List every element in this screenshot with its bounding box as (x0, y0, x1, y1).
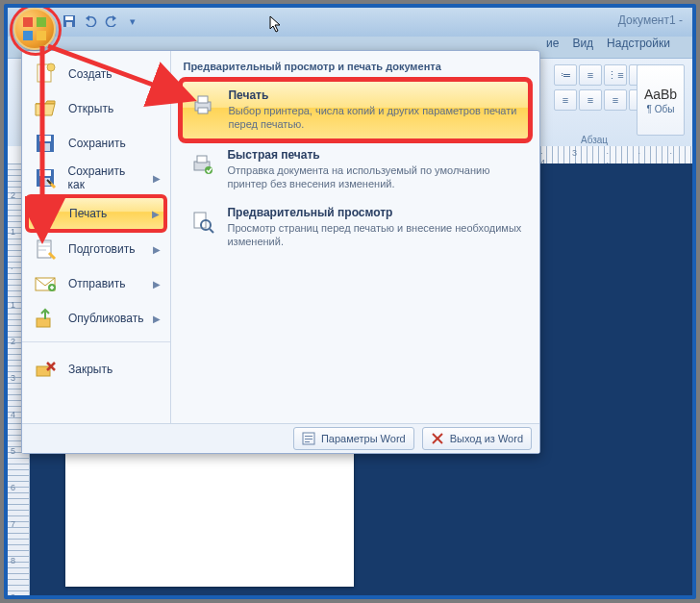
svg-rect-1 (37, 17, 46, 27)
ribbon-tab[interactable]: Надстройки (607, 37, 670, 58)
ruler-tick-label: 6 (11, 483, 20, 492)
ruler-tick-label: 5 (11, 446, 20, 456)
menu-item-save[interactable]: Сохранить (22, 126, 170, 161)
ruler-tick-label: 1 (11, 227, 20, 237)
mouse-cursor-icon (269, 15, 283, 37)
exit-word-label: Выход из Word (450, 433, 523, 444)
quickprint-icon (187, 148, 217, 179)
menu-item-label: Отправить (68, 277, 126, 290)
numbering-button[interactable]: ≡ (579, 64, 602, 86)
submenu-item-title: Печать (228, 88, 523, 102)
document-title: Документ1 - (618, 13, 683, 27)
svg-rect-21 (37, 318, 50, 327)
menu-item-label: Открыть (68, 102, 113, 115)
submenu-item-preview[interactable]: Предварительный просмотрПросмотр страниц… (181, 198, 530, 257)
app-window: ▾ Документ1 - ие Вид Надстройки ≔ ≡ ⋮≡ ↧… (4, 4, 696, 599)
svg-rect-17 (41, 217, 51, 223)
exit-word-button[interactable]: Выход из Word (422, 427, 532, 450)
save-icon[interactable] (62, 13, 77, 29)
submenu-item-desc: Выбор принтера, числа копий и других пар… (228, 104, 523, 132)
office-menu-main-list: СоздатьОткрытьСохранитьСохранить как▶Печ… (22, 51, 171, 423)
menu-item-print[interactable]: Печать▶ (26, 195, 166, 232)
submenu-arrow-icon: ▶ (153, 244, 161, 255)
exit-icon (431, 432, 444, 445)
menu-item-label: Сохранить (68, 137, 126, 150)
menu-item-prepare[interactable]: Подготовить▶ (22, 232, 170, 266)
office-menu-footer: Параметры Word Выход из Word (22, 423, 539, 453)
svg-rect-5 (65, 16, 73, 20)
svg-point-8 (47, 63, 55, 71)
submenu-item-print[interactable]: ПечатьВыбор принтера, числа копий и друг… (181, 80, 530, 140)
quick-access-toolbar: ▾ (62, 13, 140, 29)
menu-item-close[interactable]: Закрыть (22, 341, 170, 387)
office-menu: СоздатьОткрытьСохранитьСохранить как▶Печ… (21, 50, 540, 454)
open-icon (32, 95, 59, 122)
submenu-item-title: Предварительный просмотр (227, 206, 524, 219)
screenshot-root: ▾ Документ1 - ие Вид Надстройки ≔ ≡ ⋮≡ ↧… (0, 0, 700, 603)
print-icon (188, 88, 218, 119)
undo-icon[interactable] (83, 13, 98, 29)
office-button[interactable] (13, 8, 56, 50)
close-icon (32, 356, 59, 383)
style-sample: AaBb (644, 87, 677, 102)
svg-rect-16 (41, 206, 51, 213)
svg-rect-26 (198, 96, 208, 103)
submenu-item-title: Быстрая печать (227, 148, 524, 162)
menu-item-label: Печать (69, 207, 107, 220)
svg-rect-29 (197, 156, 207, 163)
align-right-button[interactable]: ≡ (604, 89, 627, 111)
submenu-title: Предварительный просмотр и печать докуме… (183, 61, 528, 72)
menu-item-label: Сохранить как (68, 164, 144, 191)
qat-dropdown-icon[interactable]: ▾ (125, 13, 140, 29)
ruler-tick-label: 2 (11, 337, 20, 346)
office-menu-submenu: Предварительный просмотр и печать докуме… (171, 51, 539, 423)
ruler-tick-label: 7 (11, 519, 20, 529)
word-options-button[interactable]: Параметры Word (293, 427, 414, 450)
group-label-paragraph: Абзац (581, 135, 608, 145)
svg-rect-3 (37, 31, 46, 40)
menu-item-saveas[interactable]: Сохранить как▶ (22, 161, 170, 195)
svg-rect-11 (40, 143, 50, 151)
menu-item-label: Закрыть (68, 363, 112, 376)
send-icon (32, 270, 59, 297)
submenu-item-desc: Отправка документа на используемый по ум… (227, 163, 524, 191)
submenu-arrow-icon: ▶ (152, 209, 160, 219)
multilevel-button[interactable]: ⋮≡ (604, 64, 627, 86)
svg-rect-18 (38, 240, 51, 258)
titlebar: ▾ Документ1 - (8, 8, 692, 37)
svg-rect-10 (39, 136, 51, 141)
saveas-icon (32, 164, 59, 191)
align-left-button[interactable]: ≡ (554, 89, 577, 111)
style-preview[interactable]: AaBb ¶ Обы (637, 64, 685, 136)
submenu-arrow-icon: ▶ (153, 279, 161, 289)
menu-item-send[interactable]: Отправить▶ (22, 266, 170, 301)
ribbon-tab[interactable]: Вид (572, 37, 593, 58)
svg-rect-13 (39, 170, 51, 176)
svg-rect-0 (23, 17, 33, 27)
ruler-tick-label: 4 (11, 410, 20, 419)
ruler-tick-label: 2 (11, 190, 20, 200)
options-icon (302, 432, 315, 445)
svg-rect-35 (305, 436, 312, 437)
ribbon-tab[interactable]: ие (546, 37, 559, 58)
menu-item-label: Подготовить (68, 242, 135, 256)
ruler-tick-label: 3 (11, 373, 20, 383)
submenu-arrow-icon: ▶ (153, 314, 161, 324)
save-icon (32, 130, 59, 157)
bullets-button[interactable]: ≔ (554, 64, 577, 86)
align-center-button[interactable]: ≡ (579, 89, 602, 111)
menu-item-publish[interactable]: Опубликовать▶ (22, 301, 170, 336)
submenu-item-quickprint[interactable]: Быстрая печатьОтправка документа на испо… (181, 140, 530, 199)
menu-item-new[interactable]: Создать (22, 57, 170, 91)
svg-line-33 (210, 229, 213, 233)
word-options-label: Параметры Word (321, 433, 406, 444)
menu-item-label: Создать (68, 67, 112, 81)
svg-rect-27 (198, 108, 208, 113)
redo-icon[interactable] (104, 13, 119, 29)
ruler-tick-label: · (11, 264, 20, 273)
svg-rect-36 (305, 439, 312, 440)
preview-icon (187, 206, 217, 237)
menu-item-open[interactable]: Открыть (22, 91, 170, 126)
submenu-item-desc: Просмотр страниц перед печатью и внесени… (227, 221, 524, 249)
print-icon (33, 200, 60, 227)
